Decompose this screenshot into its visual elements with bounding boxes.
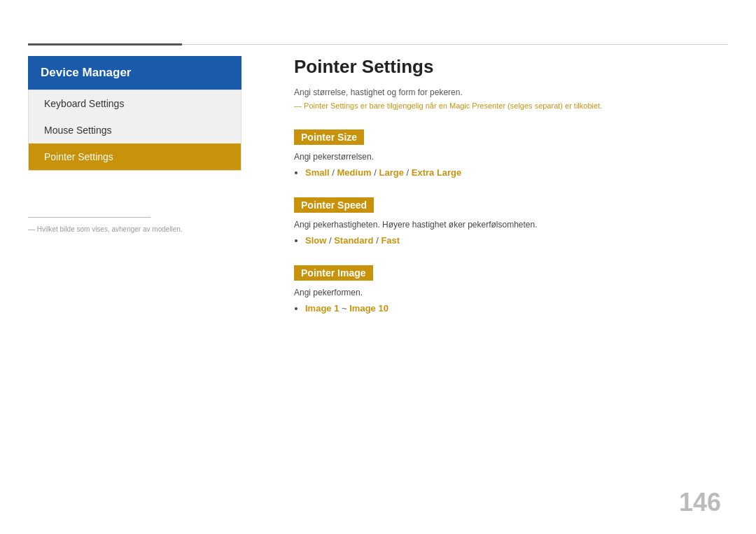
section-desc-pointer-speed: Angi pekerhastigheten. Høyere hastighet … bbox=[294, 220, 721, 230]
option-small: Small bbox=[305, 167, 330, 178]
section-pointer-size: Pointer Size Angi pekerstørrelsen. Small… bbox=[294, 129, 721, 178]
page-note-prefix: — bbox=[294, 101, 304, 110]
option-xlarge: Extra Large bbox=[412, 167, 462, 178]
top-bar-right-line bbox=[182, 44, 728, 45]
section-title-pointer-image: Pointer Image bbox=[294, 265, 373, 281]
sidebar-item-pointer[interactable]: Pointer Settings bbox=[29, 143, 241, 170]
option-image10: Image 10 bbox=[349, 303, 388, 314]
page-subtitle: Angi størrelse, hastighet og form for pe… bbox=[294, 87, 721, 97]
section-options-pointer-image: Image 1 ~ Image 10 bbox=[305, 303, 721, 314]
page-note-suffix: er bare tilgjengelig når en Magic Presen… bbox=[358, 101, 603, 110]
section-options-pointer-size: Small / Medium / Large / Extra Large bbox=[305, 167, 721, 178]
section-options-pointer-speed: Slow / Standard / Fast bbox=[305, 235, 721, 246]
option-fast: Fast bbox=[381, 235, 400, 246]
option-image1: Image 1 bbox=[305, 303, 339, 314]
sidebar: Device Manager Keyboard Settings Mouse S… bbox=[28, 56, 241, 171]
section-pointer-image: Pointer Image Angi pekerformen. Image 1 … bbox=[294, 265, 721, 314]
sidebar-menu: Keyboard Settings Mouse Settings Pointer… bbox=[28, 90, 241, 171]
sidebar-note: — Hvilket bilde som vises, avhenger av m… bbox=[28, 225, 183, 233]
section-desc-pointer-size: Angi pekerstørrelsen. bbox=[294, 152, 721, 162]
page-title: Pointer Settings bbox=[294, 56, 721, 78]
option-standard: Standard bbox=[334, 235, 373, 246]
section-desc-pointer-image: Angi pekerformen. bbox=[294, 288, 721, 297]
section-pointer-speed: Pointer Speed Angi pekerhastigheten. Høy… bbox=[294, 197, 721, 246]
sidebar-item-keyboard[interactable]: Keyboard Settings bbox=[29, 90, 241, 117]
main-content: Pointer Settings Angi størrelse, hastigh… bbox=[294, 56, 721, 333]
sidebar-item-mouse[interactable]: Mouse Settings bbox=[29, 117, 241, 143]
sidebar-title: Device Manager bbox=[41, 66, 131, 79]
option-slow: Slow bbox=[305, 235, 326, 246]
option-large: Large bbox=[379, 167, 404, 178]
list-item: Small / Medium / Large / Extra Large bbox=[305, 167, 721, 178]
top-bar-left-line bbox=[28, 43, 182, 45]
page-note: — Pointer Settings er bare tilgjengelig … bbox=[294, 101, 721, 110]
list-item: Slow / Standard / Fast bbox=[305, 235, 721, 246]
sidebar-divider bbox=[28, 217, 150, 218]
list-item: Image 1 ~ Image 10 bbox=[305, 303, 721, 314]
section-title-pointer-size: Pointer Size bbox=[294, 129, 364, 145]
sidebar-header: Device Manager bbox=[28, 56, 241, 90]
top-bar bbox=[0, 43, 756, 45]
option-medium: Medium bbox=[337, 167, 372, 178]
section-title-pointer-speed: Pointer Speed bbox=[294, 197, 374, 213]
page-number: 146 bbox=[679, 488, 721, 517]
page-note-link: Pointer Settings bbox=[304, 101, 358, 110]
